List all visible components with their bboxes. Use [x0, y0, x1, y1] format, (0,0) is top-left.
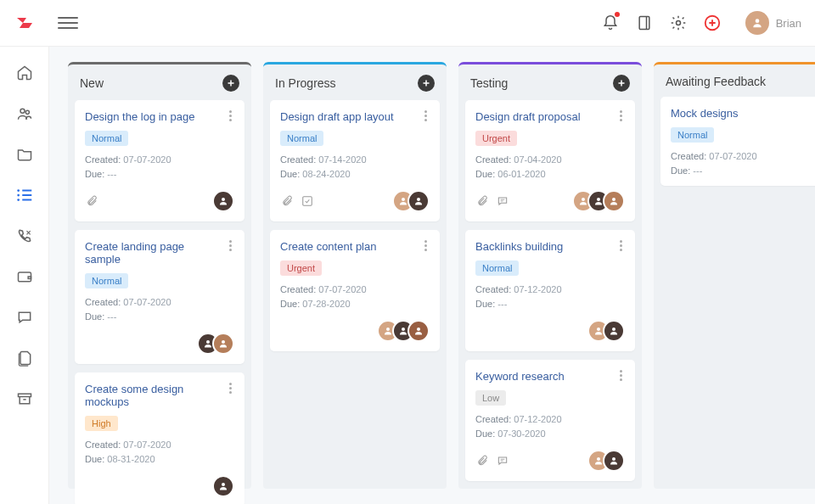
svg-point-5 — [25, 110, 29, 114]
svg-point-7 — [17, 194, 20, 197]
sidebar-item-docs[interactable] — [15, 349, 34, 367]
svg-point-11 — [222, 198, 225, 201]
user-name-label: Brian — [776, 17, 801, 30]
priority-tag: Low — [475, 390, 506, 406]
sidebar-item-wallet[interactable] — [15, 267, 34, 286]
card-menu-icon[interactable] — [810, 105, 815, 119]
add-card-button[interactable] — [418, 75, 435, 92]
card-menu-icon[interactable] — [615, 238, 627, 252]
comment-icon[interactable] — [496, 454, 509, 468]
notification-dot — [615, 12, 620, 17]
svg-point-26 — [597, 457, 600, 461]
priority-tag: High — [85, 416, 118, 431]
column: Awaiting Feedback Mock designs Normal Cr… — [654, 62, 815, 489]
card-menu-icon[interactable] — [615, 368, 627, 382]
attach-icon[interactable] — [475, 454, 489, 468]
menu-toggle[interactable] — [58, 13, 78, 33]
attach-icon[interactable] — [280, 194, 294, 208]
priority-tag: Normal — [280, 131, 323, 146]
priority-tag: Urgent — [475, 131, 517, 146]
avatar[interactable] — [603, 320, 625, 342]
card-meta: Created: 07-07-2020 Due: --- — [671, 149, 815, 177]
card[interactable]: Backlinks building Normal Created: 07-12… — [465, 230, 635, 351]
card-title: Backlinks building — [475, 240, 625, 253]
card-title: Create landing page sample — [85, 240, 234, 266]
card-menu-icon[interactable] — [419, 109, 431, 122]
svg-point-6 — [17, 189, 20, 192]
card-title: Keyword research — [475, 370, 625, 383]
sidebar-item-call[interactable] — [15, 227, 34, 245]
avatar[interactable] — [212, 333, 234, 355]
svg-point-21 — [582, 198, 585, 201]
user-menu[interactable]: Brian — [745, 11, 801, 35]
add-card-button[interactable] — [222, 75, 239, 92]
comment-icon[interactable] — [496, 194, 509, 208]
sidebar-item-list[interactable] — [15, 186, 34, 204]
card[interactable]: Design draft proposal Urgent Created: 07… — [465, 100, 635, 221]
priority-tag: Normal — [475, 260, 519, 276]
svg-rect-15 — [303, 197, 312, 206]
sidebar-item-chat[interactable] — [15, 308, 34, 327]
sidebar-item-folder[interactable] — [15, 145, 34, 164]
card-menu-icon[interactable] — [224, 238, 236, 252]
card-menu-icon[interactable] — [615, 109, 627, 122]
svg-point-4 — [20, 109, 25, 113]
svg-point-17 — [417, 198, 420, 201]
add-card-button[interactable] — [613, 75, 630, 92]
card[interactable]: Design draft app layout Normal Created: … — [270, 100, 440, 221]
avatar[interactable] — [212, 190, 234, 212]
card[interactable]: Create landing page sample Normal Create… — [75, 230, 244, 364]
card[interactable]: Create some design mockups High Created:… — [75, 372, 244, 504]
sidebar-item-people[interactable] — [15, 104, 34, 123]
card[interactable]: Mock designs Normal Created: 07-07-2020 … — [660, 97, 815, 186]
svg-point-3 — [755, 19, 759, 23]
avatar[interactable] — [603, 450, 625, 472]
svg-point-18 — [386, 328, 390, 331]
card-meta: Created: 07-04-2020 Due: 06-01-2020 — [475, 153, 625, 181]
sidebar-item-home[interactable] — [15, 64, 34, 82]
svg-point-25 — [612, 328, 615, 331]
settings-icon[interactable] — [669, 14, 688, 32]
svg-point-8 — [17, 199, 20, 201]
card-title: Design the log in page — [85, 110, 234, 123]
card-menu-icon[interactable] — [419, 238, 431, 252]
svg-point-27 — [612, 457, 615, 461]
avatar[interactable] — [212, 475, 234, 497]
card-menu-icon[interactable] — [224, 381, 236, 395]
column: New Design the log in page Normal Create… — [68, 62, 251, 489]
card[interactable]: Keyword research Low Created: 07-12-2020… — [465, 360, 635, 481]
priority-tag: Urgent — [280, 260, 322, 276]
avatar[interactable] — [408, 320, 430, 342]
attach-icon[interactable] — [85, 194, 98, 208]
check-icon[interactable] — [301, 194, 314, 208]
column: Testing Design draft proposal Urgent Cre… — [458, 62, 642, 489]
card-title: Mock designs — [671, 107, 815, 120]
svg-rect-10 — [18, 394, 31, 396]
svg-point-23 — [612, 198, 615, 201]
svg-rect-0 — [639, 17, 649, 30]
avatar[interactable] — [603, 190, 625, 212]
svg-point-13 — [222, 340, 225, 344]
sidebar-item-archive[interactable] — [15, 389, 34, 408]
card-meta: Created: 07-07-2020 Due: 07-28-2020 — [280, 283, 430, 311]
avatar[interactable] — [408, 190, 430, 212]
notebook-icon[interactable] — [635, 14, 654, 32]
logo[interactable] — [0, 13, 49, 33]
svg-point-1 — [676, 21, 680, 25]
card[interactable]: Create content plan Urgent Created: 07-0… — [270, 230, 440, 351]
svg-point-12 — [206, 340, 210, 344]
notifications-icon[interactable] — [601, 14, 620, 32]
card-title: Design draft proposal — [475, 110, 625, 123]
card-menu-icon[interactable] — [224, 109, 236, 122]
add-icon[interactable] — [703, 14, 722, 32]
svg-point-20 — [417, 328, 420, 331]
priority-tag: Normal — [671, 127, 714, 143]
card[interactable]: Design the log in page Normal Created: 0… — [75, 100, 244, 221]
card-title: Create some design mockups — [85, 383, 234, 408]
card-meta: Created: 07-07-2020 Due: 08-31-2020 — [85, 438, 234, 466]
card-meta: Created: 07-07-2020 Due: --- — [85, 153, 234, 181]
svg-point-16 — [402, 198, 405, 201]
card-title: Design draft app layout — [280, 110, 430, 123]
attach-icon[interactable] — [475, 194, 489, 208]
svg-point-19 — [402, 328, 405, 331]
